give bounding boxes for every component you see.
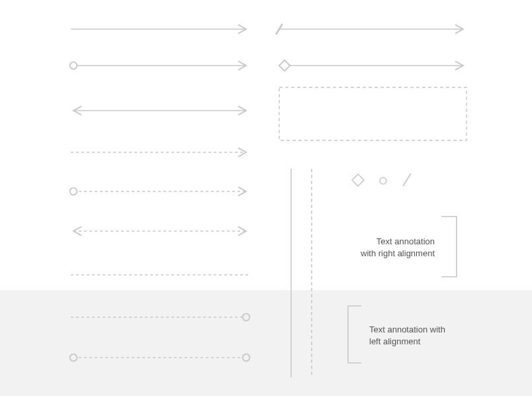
diamond-icon [352, 174, 364, 186]
annotation-right-line1: Text annotation [377, 236, 435, 246]
right-bracket [441, 217, 457, 277]
circle-icon [380, 177, 386, 184]
left-column [71, 29, 250, 358]
marker-sample-row [352, 173, 411, 186]
annotation-left: Text annotation with left alignment [369, 324, 468, 347]
slash-icon [403, 173, 411, 186]
right-upper-arrows [279, 29, 463, 66]
dashed-rectangle [279, 87, 466, 140]
annotation-left-line1: Text annotation with [369, 324, 445, 334]
annotation-right: Text annotation with right alignment [343, 236, 435, 259]
annotation-left-line2: left alignment [369, 336, 420, 346]
annotation-right-line2: with right alignment [361, 248, 435, 258]
left-bracket [348, 306, 361, 363]
